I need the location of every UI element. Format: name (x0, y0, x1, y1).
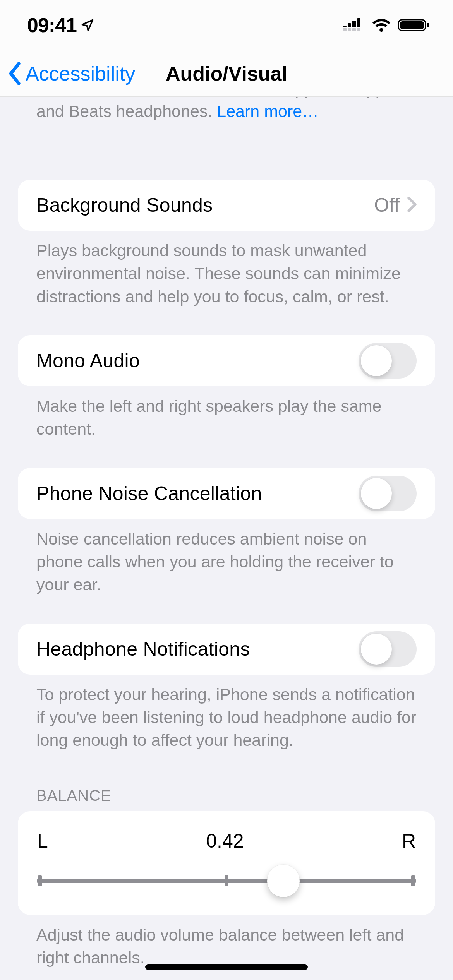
cellular-icon (343, 18, 365, 32)
headphone-notifications-label: Headphone Notifications (36, 638, 359, 660)
chevron-left-icon (8, 62, 23, 85)
balance-value: 0.42 (206, 830, 244, 852)
headphone-accommodations-footer: You can customize the audio for supporte… (0, 97, 453, 133)
section-mono-audio: Mono Audio Make the left and right speak… (0, 335, 453, 441)
location-icon (81, 14, 94, 37)
slider-tick-left (38, 875, 42, 886)
content[interactable]: You can customize the audio for supporte… (0, 97, 453, 980)
balance-card: L 0.42 R (18, 811, 435, 915)
chevron-right-icon (407, 197, 417, 214)
mono-audio-label: Mono Audio (36, 350, 359, 372)
headphone-notifications-footer: To protect your hearing, iPhone sends a … (0, 675, 453, 752)
slider-tick-right (411, 875, 415, 886)
section-noise-cancellation: Phone Noise Cancellation Noise cancellat… (0, 468, 453, 596)
noise-cancellation-footer: Noise cancellation reduces ambient noise… (0, 519, 453, 596)
noise-cancellation-label: Phone Noise Cancellation (36, 482, 359, 505)
section-background-sounds: Background Sounds Off Plays background s… (0, 180, 453, 308)
balance-footer: Adjust the audio volume balance between … (0, 915, 453, 970)
status-bar: 09:41 (0, 0, 453, 50)
headphone-notifications-row: Headphone Notifications (18, 624, 435, 675)
noise-cancellation-toggle[interactable] (359, 476, 417, 511)
mono-audio-toggle[interactable] (359, 343, 417, 379)
background-sounds-row[interactable]: Background Sounds Off (18, 180, 435, 231)
wifi-icon (372, 18, 391, 32)
status-left: 09:41 (27, 14, 94, 37)
svg-rect-1 (348, 28, 351, 31)
learn-more-link[interactable]: Learn more… (217, 102, 319, 120)
status-right (343, 18, 430, 32)
svg-rect-5 (348, 23, 351, 27)
balance-left-label: L (37, 830, 48, 852)
back-label: Accessibility (26, 62, 135, 85)
svg-rect-0 (343, 28, 347, 31)
svg-rect-2 (352, 28, 356, 31)
back-button[interactable]: Accessibility (8, 62, 135, 85)
mono-audio-footer: Make the left and right speakers play th… (0, 386, 453, 441)
background-sounds-value: Off (374, 194, 400, 216)
svg-rect-10 (427, 23, 429, 27)
background-sounds-label: Background Sounds (36, 194, 374, 216)
home-indicator[interactable] (145, 964, 308, 970)
balance-header: BALANCE (0, 787, 453, 811)
balance-slider[interactable] (37, 869, 416, 893)
slider-thumb[interactable] (267, 865, 300, 897)
noise-cancellation-row: Phone Noise Cancellation (18, 468, 435, 519)
svg-rect-6 (352, 21, 356, 27)
svg-rect-9 (400, 21, 424, 29)
svg-rect-7 (357, 18, 360, 27)
section-headphone-notifications: Headphone Notifications To protect your … (0, 624, 453, 752)
svg-rect-3 (357, 28, 360, 31)
svg-rect-4 (343, 26, 347, 27)
section-balance: BALANCE L 0.42 R Adjust the audio volume… (0, 787, 453, 970)
mono-audio-row: Mono Audio (18, 335, 435, 386)
status-time: 09:41 (27, 14, 77, 37)
nav-bar: Accessibility Audio/Visual (0, 50, 453, 97)
headphone-notifications-toggle[interactable] (359, 631, 417, 667)
balance-right-label: R (402, 830, 416, 852)
battery-icon (398, 18, 430, 32)
slider-tick-center (225, 875, 228, 886)
background-sounds-footer: Plays background sounds to mask unwanted… (0, 231, 453, 308)
